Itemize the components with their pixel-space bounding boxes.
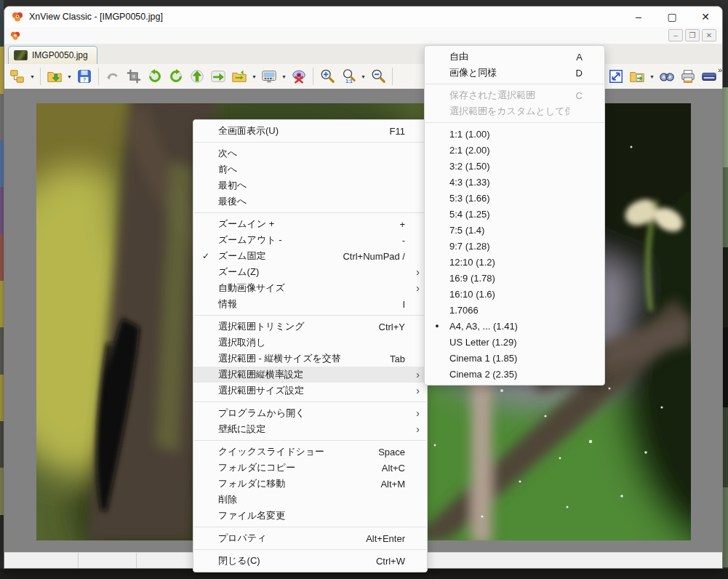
menu-item[interactable] <box>97 34 112 37</box>
context-menu-item[interactable]: 全画面表示(U) F11 <box>193 123 427 139</box>
minimize-button[interactable]: – <box>622 7 655 27</box>
submenu-item[interactable]: Cinema 2 (2.35) <box>425 366 604 382</box>
submenu-item[interactable]: 選択範囲をカスタムとして保存 <box>425 103 604 119</box>
folder-swap-icon[interactable] <box>229 66 249 87</box>
zoom-1-1-dropdown[interactable]: ▼ <box>359 66 367 87</box>
submenu-arrow-icon: › <box>411 386 420 396</box>
context-menu-item[interactable]: 前へ <box>193 161 427 177</box>
folder-swap-dropdown[interactable]: ▼ <box>250 66 258 87</box>
submenu-item[interactable]: 画像と同様 D <box>425 65 604 81</box>
move-up-icon[interactable] <box>187 66 207 87</box>
context-menu-item[interactable]: フォルダにコピー Alt+C <box>193 460 427 476</box>
context-menu-item[interactable]: プログラムから開く › <box>193 405 427 421</box>
red-eye-icon[interactable] <box>289 66 309 87</box>
tab-imgp0050[interactable]: IMGP0050.jpg <box>8 46 97 64</box>
menu-item[interactable] <box>83 34 97 37</box>
crop-icon[interactable] <box>124 66 144 87</box>
menu-separator <box>425 122 604 123</box>
mdi-close-button[interactable]: ✕ <box>702 29 716 41</box>
context-menu-item[interactable]: 情報 I <box>193 296 427 312</box>
menu-item[interactable] <box>112 34 127 37</box>
zoom-out-icon[interactable] <box>368 66 388 87</box>
menu-item[interactable] <box>39 34 54 37</box>
submenu-item[interactable]: 2:1 (2.00) <box>425 142 604 158</box>
save-icon[interactable]: ? <box>74 66 95 87</box>
context-menu-item[interactable]: 選択取消し <box>193 335 427 351</box>
search-icon[interactable] <box>657 66 677 87</box>
context-menu-item[interactable]: 自動画像サイズ › <box>193 280 427 296</box>
open-folder-dropdown[interactable]: ▼ <box>65 66 73 87</box>
zoom-in-icon[interactable] <box>317 66 337 87</box>
submenu-arrow-icon: › <box>411 283 420 293</box>
svg-text:1:1: 1:1 <box>345 79 353 84</box>
menu-item[interactable] <box>25 34 39 37</box>
export-folder-dropdown[interactable]: ▼ <box>648 66 656 87</box>
mdi-window-buttons: – ❐ ✕ <box>668 29 722 41</box>
submenu-item[interactable]: 16:10 (1.6) <box>425 286 604 302</box>
browser-icon[interactable] <box>7 66 28 87</box>
submenu-item[interactable]: 1.7066 <box>425 302 604 318</box>
mdi-restore-button[interactable]: ❐ <box>685 29 700 41</box>
context-menu-item[interactable]: 選択範囲トリミング Ctrl+Y <box>193 319 427 335</box>
svg-text:?: ? <box>83 76 87 83</box>
print-icon[interactable] <box>678 66 698 87</box>
export-folder-icon[interactable] <box>627 66 647 87</box>
submenu-item[interactable]: 5:4 (1.25) <box>425 206 604 222</box>
submenu-item[interactable]: 保存された選択範囲 C <box>425 87 604 103</box>
context-menu-item[interactable]: プロパティ Alt+Enter <box>193 530 427 546</box>
context-menu: 全画面表示(U) F11 次へ 前へ 最初へ 最後へ ズームイン + <box>193 119 428 572</box>
context-menu-item[interactable]: ズーム(Z) › <box>193 264 427 280</box>
context-menu-item[interactable]: フォルダに移動 Alt+M <box>193 476 427 492</box>
context-menu-item[interactable]: 壁紙に設定 › <box>193 421 427 437</box>
resize-icon[interactable] <box>606 66 626 87</box>
context-menu-item[interactable]: 最初へ <box>193 177 427 193</box>
menu-item[interactable] <box>54 34 68 37</box>
submenu-item[interactable]: 12:10 (1.2) <box>425 254 604 270</box>
zoom-1-1-icon[interactable]: 1:1 <box>338 66 359 87</box>
toolbar-overflow-chevron[interactable]: » <box>718 65 721 74</box>
submenu-item[interactable]: ● A4, A3, ... (1.41) <box>425 318 604 334</box>
context-menu-item[interactable]: 選択範囲サイズ設定 › <box>193 383 427 399</box>
submenu-item[interactable]: 9:7 (1.28) <box>425 238 604 254</box>
context-menu-item[interactable]: 選択範囲縦横率設定 › <box>193 367 427 383</box>
maximize-button[interactable]: ▢ <box>655 7 689 27</box>
context-menu-item[interactable]: 最後へ <box>193 193 427 209</box>
browser-dropdown[interactable]: ▼ <box>28 66 36 87</box>
toolbar-right-group: ▼ <box>606 66 719 87</box>
display-settings-icon[interactable] <box>259 66 279 87</box>
submenu-item[interactable]: 16:9 (1.78) <box>425 270 604 286</box>
context-menu-item[interactable]: 削除 <box>193 492 427 508</box>
context-menu-item[interactable]: 次へ <box>193 145 427 161</box>
context-menu-item[interactable]: ズームアウト - - <box>193 232 427 248</box>
context-menu-item[interactable]: ズームイン + + <box>193 216 427 232</box>
mdi-minimize-button[interactable]: – <box>668 29 683 41</box>
submenu-item[interactable]: 7:5 (1.4) <box>425 222 604 238</box>
open-folder-icon[interactable] <box>44 66 65 87</box>
context-menu-item[interactable]: クイックスライドショー Space <box>193 444 427 460</box>
submenu-item[interactable]: 1:1 (1.00) <box>425 126 604 142</box>
submenu-arrow-icon: › <box>411 267 420 277</box>
submenu-item[interactable]: Cinema 1 (1.85) <box>425 350 604 366</box>
submenu-item[interactable]: 3:2 (1.50) <box>425 158 604 174</box>
menu-item[interactable] <box>68 34 83 37</box>
submenu-item[interactable]: 5:3 (1.66) <box>425 190 604 206</box>
menu-items <box>25 34 141 37</box>
context-menu-item[interactable]: 選択範囲 - 縦横サイズを交替 Tab <box>193 351 427 367</box>
title-bar[interactable]: XnView Classic - [IMGP0050.jpg] – ▢ ✕ <box>4 7 722 27</box>
submenu-item[interactable]: 自由 A <box>425 49 604 65</box>
rotate-right-icon[interactable] <box>166 66 186 87</box>
context-menu-item[interactable]: 閉じる(C) Ctrl+W <box>193 553 427 569</box>
next-image-icon[interactable] <box>208 66 228 87</box>
menu-bar: – ❐ ✕ <box>4 27 722 44</box>
context-menu-item[interactable]: ファイル名変更 <box>193 508 427 524</box>
rotate-left-icon[interactable] <box>145 66 165 87</box>
display-settings-dropdown[interactable]: ▼ <box>280 66 288 87</box>
context-menu-item[interactable]: ✓ ズーム固定 Ctrl+NumPad / <box>193 248 427 264</box>
submenu-item[interactable]: US Letter (1.29) <box>425 334 604 350</box>
submenu-item[interactable]: 4:3 (1.33) <box>425 174 604 190</box>
menu-item[interactable] <box>127 34 141 37</box>
undo-icon[interactable] <box>103 66 123 87</box>
scanner-icon[interactable] <box>699 66 719 87</box>
tab-thumbnail-icon <box>14 50 28 60</box>
close-button[interactable]: ✕ <box>689 7 722 27</box>
